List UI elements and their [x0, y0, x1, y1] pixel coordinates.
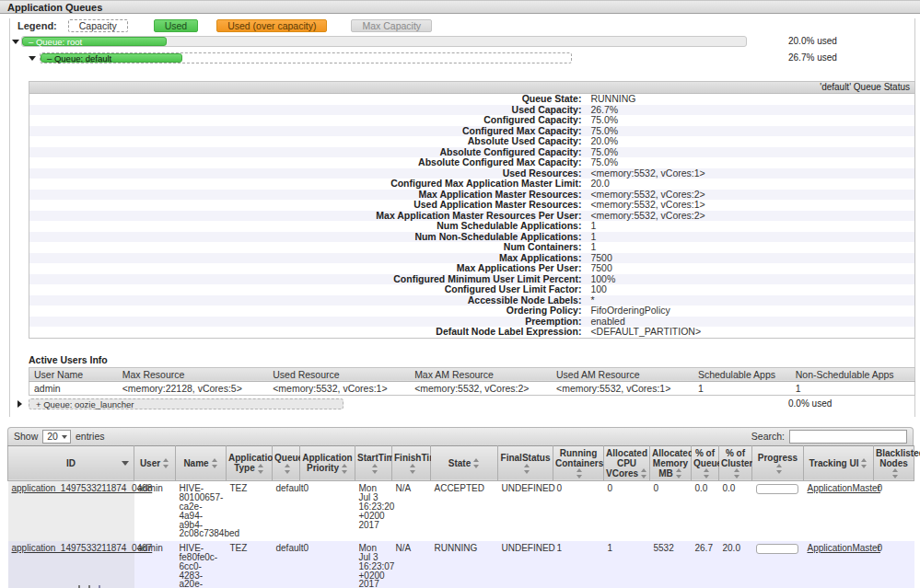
- status-value: 20.0%: [587, 136, 914, 147]
- status-label: Absolute Configured Max Capacity:: [29, 157, 587, 168]
- queue-status-row: Ordering Policy:FifoOrderingPolicy: [29, 306, 914, 317]
- status-label: Max Applications Per User:: [29, 263, 587, 274]
- default-used-label: 26.7% used: [788, 52, 837, 63]
- final-status-cell: UNDEFINED: [498, 481, 553, 541]
- column-header-running-containers[interactable]: Running Containers: [553, 445, 604, 481]
- name-cell: HIVE-fe80fe0c-6cc0-4283-a20e-d160446f5f3…: [176, 541, 227, 588]
- status-label: Configured User Limit Factor:: [29, 284, 587, 295]
- queue-bar-oozie-label: + Queue: oozie_launcher: [36, 399, 134, 410]
- column-label: User: [140, 458, 160, 468]
- sort-descending-icon: [122, 461, 129, 466]
- tracking-ui-link[interactable]: ApplicationMaster: [808, 483, 880, 493]
- active-users-row: admin<memory:22128, vCores:5><memory:553…: [29, 381, 915, 395]
- finish-time-cell: N/A: [392, 481, 431, 541]
- column-label: Tracking UI: [809, 458, 859, 468]
- column-header-tracking-ui[interactable]: Tracking UI: [804, 445, 874, 481]
- status-value: 75.0%: [587, 115, 914, 126]
- column-header-progress[interactable]: Progress: [752, 445, 804, 481]
- queue-status-row: Num Schedulable Applications:1: [29, 221, 914, 232]
- running-containers-cell: 1: [553, 541, 604, 588]
- column-header-user[interactable]: User: [134, 445, 176, 481]
- queue-bar-root-label: – Queue: root: [29, 37, 82, 48]
- status-value: 100: [587, 284, 914, 295]
- queue-status-row: Configured User Limit Factor:100: [29, 284, 914, 295]
- status-label: Configured Capacity:: [29, 115, 587, 126]
- active-users-col-header: Schedulable Apps: [693, 367, 791, 381]
- application-link[interactable]: application_1497533211874_0467: [12, 543, 153, 553]
- pct-of-queue-cell: 26.7: [692, 541, 719, 588]
- page-length-select[interactable]: 20: [42, 430, 71, 444]
- sort-both-icon: [776, 464, 783, 474]
- collapse-caret-icon[interactable]: [17, 400, 22, 408]
- sort-both-icon: [576, 468, 583, 478]
- status-value: 1: [587, 221, 914, 232]
- column-header-application-priority[interactable]: Application Priority: [300, 445, 355, 481]
- progress-cell: [752, 481, 804, 541]
- column-header-state[interactable]: State: [431, 445, 498, 481]
- column-header-of-queue[interactable]: % of Queue: [692, 445, 719, 481]
- status-value: 100%: [587, 274, 914, 285]
- active-users-cell: <memory:22128, vCores:5>: [118, 381, 269, 395]
- status-value: <memory:5532, vCores:1>: [587, 168, 914, 179]
- queue-status-table: Queue State:RUNNINGUsed Capacity:26.7%Co…: [29, 94, 914, 338]
- queue-bar-default[interactable]: – Queue: default: [40, 52, 572, 63]
- queue-status-title: 'default' Queue Status: [29, 82, 914, 94]
- sort-both-icon: [342, 464, 348, 474]
- allocated-cpu-cell: 1: [604, 541, 650, 588]
- active-users-col-header: Used AM Resource: [552, 367, 693, 381]
- column-header-blacklisted-nodes[interactable]: Blacklisted Nodes: [874, 445, 914, 481]
- status-value: 20.0: [587, 179, 914, 190]
- table-toolbar: Show 20 entries Search:: [7, 427, 914, 445]
- column-header-id[interactable]: ID: [8, 445, 134, 481]
- column-header-allocated-cpu-vcores[interactable]: Allocated CPU VCores: [604, 445, 650, 481]
- queue-status-row: Absolute Configured Max Capacity:75.0%: [29, 157, 914, 168]
- status-value: FifoOrderingPolicy: [587, 306, 914, 317]
- search-input[interactable]: [789, 430, 907, 444]
- queue-bar-oozie-launcher[interactable]: + Queue: oozie_launcher: [29, 398, 344, 409]
- column-header-application-type[interactable]: Application Type: [227, 445, 273, 481]
- page-length-value: 20: [47, 431, 58, 442]
- expand-caret-icon[interactable]: [12, 40, 19, 44]
- entries-label: entries: [76, 431, 105, 442]
- queue-status-row: Configured Capacity:75.0%: [29, 115, 914, 126]
- status-value: <DEFAULT_PARTITION>: [587, 327, 914, 338]
- column-header-finalstatus[interactable]: FinalStatus: [498, 445, 553, 481]
- column-header-queue[interactable]: Queue: [273, 445, 300, 481]
- sort-both-icon: [285, 464, 291, 474]
- column-header-allocated-memory-mb[interactable]: Allocated Memory MB: [650, 445, 692, 481]
- column-label: ID: [66, 458, 76, 468]
- application-link[interactable]: application_1497533211874_0468: [12, 483, 153, 493]
- sort-both-icon: [372, 464, 378, 474]
- queue-bar-root[interactable]: – Queue: root: [21, 36, 747, 47]
- status-value: 75.0%: [587, 147, 914, 158]
- priority-cell: 0: [300, 481, 355, 541]
- column-header-starttime[interactable]: StartTime: [355, 445, 392, 481]
- column-label: Application Type: [228, 453, 278, 473]
- column-header-name[interactable]: Name: [176, 445, 227, 481]
- status-label: Default Node Label Expression:: [29, 327, 587, 338]
- queue-status-row: Queue State:RUNNING: [29, 94, 914, 105]
- status-label: Queue State:: [29, 94, 587, 105]
- allocated-memory-cell: 0: [650, 481, 692, 541]
- sort-both-icon: [524, 464, 530, 474]
- queue-status-row: Absolute Used Capacity:20.0%: [29, 136, 914, 147]
- application-row: application_1497533211874_0467 admin HIV…: [8, 541, 914, 588]
- status-label: Configured Max Application Master Limit:: [29, 179, 587, 190]
- queue-status-row: Max Applications Per User:7500: [29, 263, 914, 274]
- legend-max-capacity-chip: Max Capacity: [351, 19, 432, 32]
- pct-of-queue-cell: 0.0: [692, 481, 719, 541]
- progress-bar: [756, 544, 798, 554]
- queue-status-row: Used Application Master Resources:<memor…: [29, 200, 914, 211]
- clipped-text-fragment: [78, 580, 109, 588]
- active-users-title: Active Users Info: [29, 354, 914, 365]
- legend-label: Legend:: [17, 20, 57, 31]
- expand-caret-icon[interactable]: [29, 56, 36, 61]
- status-label: Absolute Used Capacity:: [29, 136, 587, 147]
- column-label: % of Queue: [693, 448, 722, 468]
- column-header-finishtime[interactable]: FinishTime: [392, 445, 431, 481]
- priority-cell: 0: [300, 541, 355, 588]
- sort-both-icon: [704, 468, 710, 478]
- pct-of-cluster-cell: 20.0: [719, 541, 752, 588]
- column-header-of-cluster[interactable]: % of Cluster: [719, 445, 752, 481]
- tracking-ui-link[interactable]: ApplicationMaster: [808, 543, 880, 553]
